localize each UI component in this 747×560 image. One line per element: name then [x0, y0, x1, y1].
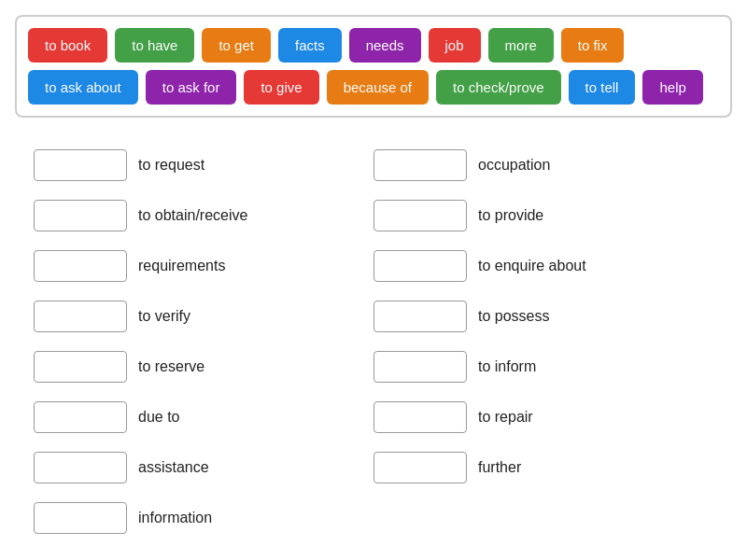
- answer-box-row-l8[interactable]: [34, 502, 127, 534]
- match-row-row-l4: to verify: [34, 291, 374, 342]
- match-row-row-l6: due to: [34, 392, 374, 442]
- match-row-row-r1: occupation: [374, 140, 713, 190]
- match-row-row-r5: to inform: [374, 342, 713, 392]
- word-chip-needs[interactable]: needs: [349, 28, 421, 63]
- match-label-row-l4: to verify: [138, 308, 190, 325]
- word-chip-to-get[interactable]: to get: [202, 28, 271, 63]
- word-bank: to bookto haveto getfactsneedsjobmoreto …: [15, 15, 732, 118]
- match-label-row-l6: due to: [138, 409, 179, 426]
- word-chip-more[interactable]: more: [488, 28, 554, 63]
- left-column: to requestto obtain/receiverequirementst…: [34, 140, 374, 543]
- word-chip-because-of[interactable]: because of: [327, 70, 429, 105]
- match-row-row-l1: to request: [34, 140, 374, 190]
- answer-box-row-r1[interactable]: [374, 149, 467, 181]
- match-label-row-r7: further: [478, 459, 521, 476]
- word-chip-to-ask-about[interactable]: to ask about: [28, 70, 138, 105]
- answer-box-row-r6[interactable]: [374, 401, 467, 433]
- match-row-row-l8: information: [34, 493, 374, 543]
- match-row-row-l3: requirements: [34, 241, 374, 291]
- match-row-row-l5: to reserve: [34, 342, 374, 392]
- match-label-row-r4: to possess: [478, 308, 549, 325]
- match-label-row-l3: requirements: [138, 258, 225, 274]
- match-label-row-r1: occupation: [478, 157, 550, 174]
- word-chip-to-tell[interactable]: to tell: [569, 70, 636, 105]
- answer-box-row-l6[interactable]: [34, 401, 127, 433]
- answer-box-row-r7[interactable]: [374, 452, 467, 483]
- word-chip-to-ask-for[interactable]: to ask for: [146, 70, 237, 105]
- word-chip-facts[interactable]: facts: [278, 28, 342, 63]
- answer-box-row-l4[interactable]: [34, 301, 127, 332]
- match-label-row-r5: to inform: [478, 358, 536, 375]
- matching-area: to requestto obtain/receiverequirementst…: [15, 140, 732, 543]
- match-label-row-r3: to enquire about: [478, 258, 586, 274]
- word-chip-job[interactable]: job: [429, 28, 481, 63]
- answer-box-row-r5[interactable]: [374, 351, 467, 383]
- match-row-row-l7: assistance: [34, 442, 374, 493]
- word-chip-to-give[interactable]: to give: [244, 70, 318, 105]
- answer-box-row-l1[interactable]: [34, 149, 127, 181]
- answer-box-row-l5[interactable]: [34, 351, 127, 383]
- match-row-row-r4: to possess: [374, 291, 713, 342]
- answer-box-row-l3[interactable]: [34, 250, 127, 282]
- match-label-row-l1: to request: [138, 157, 204, 174]
- match-row-row-r3: to enquire about: [374, 241, 713, 291]
- word-chip-to-book[interactable]: to book: [28, 28, 107, 63]
- match-label-row-l8: information: [138, 510, 212, 526]
- right-column: occupationto provideto enquire aboutto p…: [374, 140, 713, 543]
- match-label-row-l7: assistance: [138, 459, 209, 476]
- answer-box-row-l2[interactable]: [34, 200, 127, 231]
- word-chip-to-have[interactable]: to have: [115, 28, 194, 63]
- match-row-row-l2: to obtain/receive: [34, 190, 374, 241]
- match-label-row-r6: to repair: [478, 409, 533, 426]
- match-row-row-r6: to repair: [374, 392, 713, 442]
- match-row-row-r2: to provide: [374, 190, 713, 241]
- match-label-row-l2: to obtain/receive: [138, 207, 247, 224]
- match-row-row-r7: further: [374, 442, 713, 493]
- match-label-row-l5: to reserve: [138, 358, 204, 375]
- answer-box-row-l7[interactable]: [34, 452, 127, 483]
- word-chip-help[interactable]: help: [642, 70, 702, 105]
- answer-box-row-r3[interactable]: [374, 250, 467, 282]
- word-chip-to-fix[interactable]: to fix: [561, 28, 625, 63]
- answer-box-row-r2[interactable]: [374, 200, 467, 231]
- word-chip-to-check-prove[interactable]: to check/prove: [436, 70, 561, 105]
- answer-box-row-r4[interactable]: [374, 301, 467, 332]
- match-label-row-r2: to provide: [478, 207, 543, 224]
